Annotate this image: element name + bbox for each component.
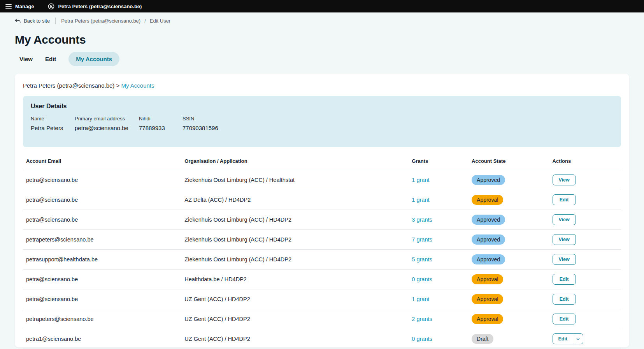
header-account-state: Account State bbox=[469, 156, 549, 170]
organisation-application: Ziekenhuis Oost Limburg (ACC) / HD4DP2 bbox=[181, 250, 409, 270]
grants-link[interactable]: 1 grant bbox=[412, 197, 429, 203]
account-email: petra@sciensano.be bbox=[23, 190, 181, 210]
back-arrow-icon bbox=[15, 18, 21, 23]
grants-link[interactable]: 5 grants bbox=[412, 256, 432, 263]
header-grants: Grants bbox=[409, 156, 469, 170]
organisation-application: Ziekenhuis Oost Limburg (ACC) / HD4DP2 bbox=[181, 210, 409, 230]
grants-link[interactable]: 1 grant bbox=[412, 296, 429, 302]
breadcrumb-user-link[interactable]: Petra Peters (petra@sciensano.be) bbox=[61, 18, 140, 24]
account-email: petrasupport@healthdata.be bbox=[23, 250, 181, 270]
status-badge: Approval bbox=[472, 274, 503, 284]
organisation-application: AZ Delta (ACC) / HD4DP2 bbox=[181, 190, 409, 210]
organisation-application: Ziekenhuis Oost Limburg (ACC) / Healthst… bbox=[181, 170, 409, 190]
page-title: My Accounts bbox=[15, 33, 644, 47]
breadcrumb-separator: / bbox=[144, 18, 146, 24]
accounts-table: Account Email Organisation / Application… bbox=[23, 156, 621, 349]
status-badge: Approval bbox=[472, 314, 503, 324]
table-row: petrapeters@sciensano.be Ziekenhuis Oost… bbox=[23, 230, 621, 250]
status-badge: Approval bbox=[472, 195, 503, 205]
edit-button[interactable]: Edit bbox=[553, 314, 576, 324]
toolbar-user-label: Petra Peters (petra@sciensano.be) bbox=[58, 4, 142, 9]
menu-icon bbox=[5, 4, 12, 9]
header-account-email: Account Email bbox=[23, 156, 181, 170]
organisation-application: UZ Gent (ACC) / HD4DP2 bbox=[181, 309, 409, 329]
card-breadcrumb: Petra Peters (petra@sciensano.be) > My A… bbox=[23, 82, 621, 89]
status-badge: Approved bbox=[472, 175, 505, 185]
table-row: petrapeters@sciensano.be UZ Gent (ACC) /… bbox=[23, 309, 621, 329]
table-row: petrasupport@healthdata.be Ziekenhuis Oo… bbox=[23, 250, 621, 270]
account-email: petra@sciensano.be bbox=[23, 210, 181, 230]
table-row: petra@sciensano.be UZ Gent (ACC) / HD4DP… bbox=[23, 289, 621, 309]
manage-menu-button[interactable]: Manage bbox=[5, 4, 34, 9]
field-ssin: SSIN 77090381596 bbox=[182, 116, 218, 131]
field-nihdi: Nihdi 77889933 bbox=[139, 116, 182, 131]
edit-button[interactable]: Edit bbox=[553, 274, 576, 285]
status-badge: Approved bbox=[472, 254, 505, 264]
table-row: petra@sciensano.be Ziekenhuis Oost Limbu… bbox=[23, 170, 621, 190]
account-email: petra@sciensano.be bbox=[23, 270, 181, 289]
my-accounts-card: Petra Peters (petra@sciensano.be) > My A… bbox=[15, 74, 629, 347]
view-button[interactable]: View bbox=[553, 214, 576, 225]
chevron-down-icon[interactable] bbox=[573, 334, 583, 344]
edit-button[interactable]: Edit bbox=[553, 194, 576, 205]
breadcrumb-current: Edit User bbox=[150, 18, 170, 24]
table-row: petra1@sciensano.be UZ Gent (ACC) / HD4D… bbox=[23, 329, 621, 349]
toolbar-user-button[interactable]: Petra Peters (petra@sciensano.be) bbox=[48, 3, 142, 10]
status-badge: Approved bbox=[472, 234, 505, 245]
edit-button[interactable]: Edit bbox=[553, 294, 576, 305]
header-organisation-application: Organisation / Application bbox=[181, 156, 409, 170]
back-to-site-link[interactable]: Back to site bbox=[15, 18, 50, 24]
account-email: petrapeters@sciensano.be bbox=[23, 309, 181, 329]
breadcrumb-divider bbox=[55, 18, 56, 24]
header-actions: Actions bbox=[549, 156, 621, 170]
account-email: petra@sciensano.be bbox=[23, 170, 181, 190]
organisation-application: UZ Gent (ACC) / HD4DP2 bbox=[181, 329, 409, 349]
table-header-row: Account Email Organisation / Application… bbox=[23, 156, 621, 170]
grants-link[interactable]: 0 grants bbox=[412, 276, 432, 282]
status-badge: Approved bbox=[472, 215, 505, 225]
organisation-application: Ziekenhuis Oost Limburg (ACC) / HD4DP2 bbox=[181, 230, 409, 250]
card-breadcrumb-user: Petra Peters (petra@sciensano.be) bbox=[23, 82, 114, 89]
user-details-panel: User Details Name Petra Peters Primary e… bbox=[23, 96, 621, 147]
tab-edit[interactable]: Edit bbox=[45, 56, 56, 62]
card-breadcrumb-separator: > bbox=[116, 82, 120, 89]
edit-split-button[interactable]: Edit bbox=[553, 333, 584, 344]
grants-link[interactable]: 3 grants bbox=[412, 217, 432, 223]
grants-link[interactable]: 7 grants bbox=[412, 236, 432, 243]
status-badge: Approval bbox=[472, 294, 503, 304]
field-name: Name Petra Peters bbox=[31, 116, 75, 131]
table-row: petra@sciensano.be Ziekenhuis Oost Limbu… bbox=[23, 210, 621, 230]
card-breadcrumb-current-link[interactable]: My Accounts bbox=[121, 82, 154, 89]
organisation-application: Healthdata.be / HD4DP2 bbox=[181, 270, 409, 289]
user-details-title: User Details bbox=[31, 103, 613, 110]
admin-toolbar: Manage Petra Peters (petra@sciensano.be) bbox=[0, 0, 644, 12]
account-email: petra1@sciensano.be bbox=[23, 329, 181, 349]
table-row: petra@sciensano.be AZ Delta (ACC) / HD4D… bbox=[23, 190, 621, 210]
tabs: View Edit My Accounts bbox=[19, 52, 644, 66]
edit-button-label[interactable]: Edit bbox=[553, 334, 573, 344]
grants-link[interactable]: 2 grants bbox=[412, 316, 432, 322]
account-email: petra@sciensano.be bbox=[23, 289, 181, 309]
tab-my-accounts[interactable]: My Accounts bbox=[68, 52, 119, 66]
organisation-application: UZ Gent (ACC) / HD4DP2 bbox=[181, 289, 409, 309]
view-button[interactable]: View bbox=[553, 174, 576, 185]
view-button[interactable]: View bbox=[553, 234, 576, 245]
table-row: petra@sciensano.be Healthdata.be / HD4DP… bbox=[23, 270, 621, 289]
manage-label: Manage bbox=[15, 4, 34, 9]
breadcrumb: Back to site Petra Peters (petra@sciensa… bbox=[15, 18, 644, 24]
user-icon bbox=[48, 3, 54, 10]
view-button[interactable]: View bbox=[553, 254, 576, 265]
grants-link[interactable]: 0 grants bbox=[412, 336, 432, 342]
user-details-fields: Name Petra Peters Primary email address … bbox=[31, 116, 613, 131]
account-email: petrapeters@sciensano.be bbox=[23, 230, 181, 250]
tab-view[interactable]: View bbox=[19, 56, 33, 62]
field-primary-email: Primary email address petra@sciensano.be bbox=[75, 116, 139, 131]
status-badge: Draft bbox=[472, 334, 493, 344]
grants-link[interactable]: 1 grant bbox=[412, 177, 429, 183]
